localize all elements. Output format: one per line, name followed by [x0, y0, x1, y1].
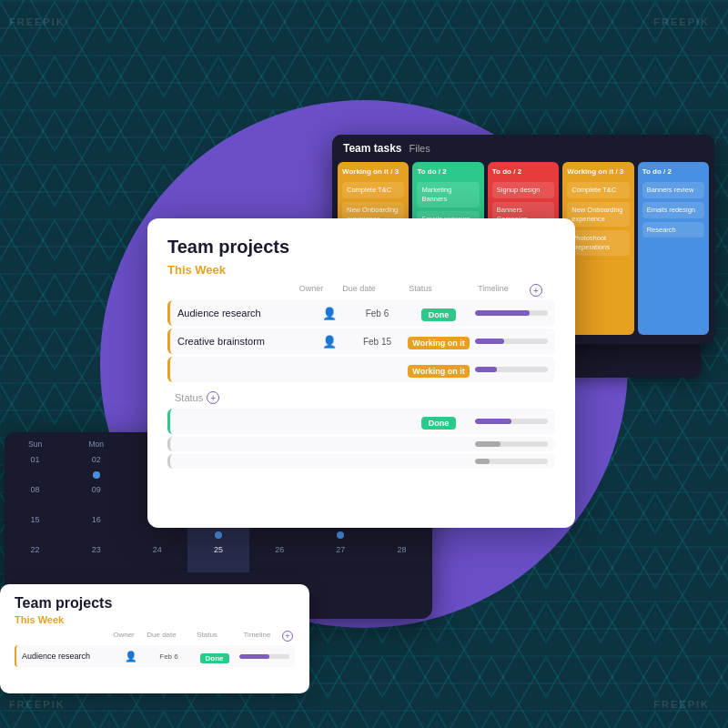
add-column-btn[interactable]: + [530, 284, 542, 297]
team-projects-card: Team projects This Week Owner Due date S… [147, 218, 575, 528]
kanban-item-4-2: New Onboarding experience [567, 202, 629, 228]
cal-dot [93, 471, 100, 479]
cal-cell-w1d1: 02 [66, 452, 126, 482]
proj-week-label: This Week [167, 263, 555, 277]
kanban-col-4-title: Working on it / 3 [567, 167, 629, 176]
proj-row-2: Creative brainstorm 👤 Feb 15 Working on … [167, 329, 555, 354]
badge-working-2: Working on it [408, 365, 469, 378]
mini-proj-title: Team projects [15, 595, 295, 612]
kanban-header: Team tasks Files [332, 135, 714, 162]
mini-table-header: Owner Due date Status Timeline + [15, 631, 295, 642]
cal-cell-w2d0: 08 [5, 482, 66, 512]
mini-row-owner: 👤 [114, 651, 148, 662]
cal-day-mon: Mon [66, 432, 126, 452]
mini-row-timeline [239, 654, 289, 659]
cal-cell-w1d0: 01 [5, 452, 66, 482]
th-plus: + [530, 284, 548, 297]
psr-tf-1 [475, 419, 511, 424]
mini-add-btn[interactable]: + [282, 631, 293, 642]
proj-row-1-timeline [475, 310, 548, 316]
mini-badge-done: Done [200, 653, 229, 663]
cal-cell-w4d0: 22 [5, 542, 66, 572]
badge-working-1: Working on it [408, 337, 469, 349]
kanban-col-2-title: To do / 2 [417, 167, 479, 176]
th-name [175, 284, 288, 297]
mini-th-owner: Owner [106, 631, 141, 642]
cal-dot [215, 531, 222, 539]
proj-row-2-name: Creative brainstorm [177, 336, 307, 347]
cal-week-4: 22 23 24 25 26 27 28 [5, 542, 432, 572]
proj-row-2-owner: 👤 [307, 335, 352, 349]
kanban-item-2-1: Marketing Banners [417, 182, 479, 207]
cal-cell-w3d0: 15 [5, 512, 66, 542]
cal-cell-w4d2: 24 [126, 542, 187, 572]
proj-row-3-timeline [475, 367, 548, 372]
mini-row-due: Feb 6 [148, 652, 189, 661]
timeline-wrap-3 [475, 367, 548, 372]
proj-table-header: Owner Due date Status Timeline + [167, 284, 555, 297]
mini-proj-row: Audience research 👤 Feb 6 Done [15, 645, 295, 667]
proj-row-1-status: Done [402, 305, 475, 321]
cal-cell-w4d5: 27 [310, 542, 371, 572]
psr-tw-1 [475, 419, 548, 424]
timeline-fill-2 [475, 339, 504, 344]
psr-tf-2 [475, 441, 500, 447]
kanban-item-1-1: Complete T&C [342, 182, 404, 198]
timeline-wrap-2 [475, 339, 548, 344]
mini-th-due: Due date [141, 631, 182, 642]
th-due: Due date [334, 284, 384, 297]
cal-cell-w4d3: 25 [187, 542, 248, 572]
proj-row-1-due: Feb 6 [352, 308, 402, 318]
cal-day-sun: Sun [5, 432, 66, 452]
psr-1-timeline [475, 419, 548, 424]
kanban-col-1-title: Working on it / 3 [342, 167, 404, 176]
proj-title: Team projects [167, 237, 555, 258]
add-status-btn[interactable]: + [207, 391, 219, 404]
kanban-item-5-1: Banners review [642, 182, 704, 198]
mini-row-status: Done [189, 648, 239, 664]
proj-row-1-name: Audience research [177, 308, 307, 318]
proj-row-1: Audience research 👤 Feb 6 Done [167, 300, 555, 326]
kanban-title: Team tasks [343, 142, 401, 155]
cal-cell-w2d1: 09 [66, 482, 126, 512]
proj-row-2-status: Working on it [402, 333, 475, 349]
timeline-wrap-1 [475, 310, 548, 316]
th-timeline: Timeline [457, 284, 530, 297]
proj-row-3-status: Working on it [402, 361, 475, 378]
mini-th-plus: + [282, 631, 295, 642]
proj-status-label: Status [175, 392, 203, 403]
proj-status-row-3 [167, 454, 555, 469]
proj-row-3: Working on it [167, 357, 555, 382]
timeline-fill-1 [475, 310, 530, 316]
cal-cell-w4d4: 26 [249, 542, 310, 572]
mini-row-name: Audience research [22, 652, 114, 661]
mini-proj-week: This Week [15, 614, 295, 625]
kanban-col-5-title: To do / 2 [642, 167, 704, 176]
mini-projects-card: Team projects This Week Owner Due date S… [0, 584, 309, 693]
cal-cell-w4d1: 23 [66, 542, 126, 572]
th-status: Status [384, 284, 457, 297]
proj-row-1-owner: 👤 [307, 307, 352, 320]
proj-status-row-1: Done [167, 409, 555, 434]
psr-tw-2 [475, 441, 548, 447]
th-owner: Owner [288, 284, 334, 297]
mini-th-timeline: Timeline [232, 631, 282, 642]
cal-cell-w4d6: 28 [371, 542, 432, 572]
cal-cell-w3d1: 16 [66, 512, 126, 542]
psr-1-status: Done [402, 413, 475, 430]
mini-timeline-fill [239, 654, 269, 659]
badge-done-1: Done [421, 308, 457, 321]
kanban-item-4-3: Photoshoot preperations [567, 230, 629, 256]
kanban-item-4-1: Complete T&C [567, 182, 629, 198]
kanban-item-3-1: Signup design [492, 182, 554, 198]
mini-timeline-wrap [239, 654, 289, 659]
kanban-subtitle: Files [409, 143, 430, 154]
proj-status-row-2 [167, 437, 555, 451]
kanban-col-3-title: To do / 2 [492, 167, 554, 176]
cal-dot [337, 531, 344, 539]
proj-row-2-due: Feb 15 [352, 337, 402, 347]
kanban-item-5-2: Emails redesign [642, 202, 704, 218]
badge-done-2: Done [421, 417, 457, 430]
timeline-fill-3 [475, 367, 497, 372]
kanban-item-5-3: Research [642, 222, 704, 238]
